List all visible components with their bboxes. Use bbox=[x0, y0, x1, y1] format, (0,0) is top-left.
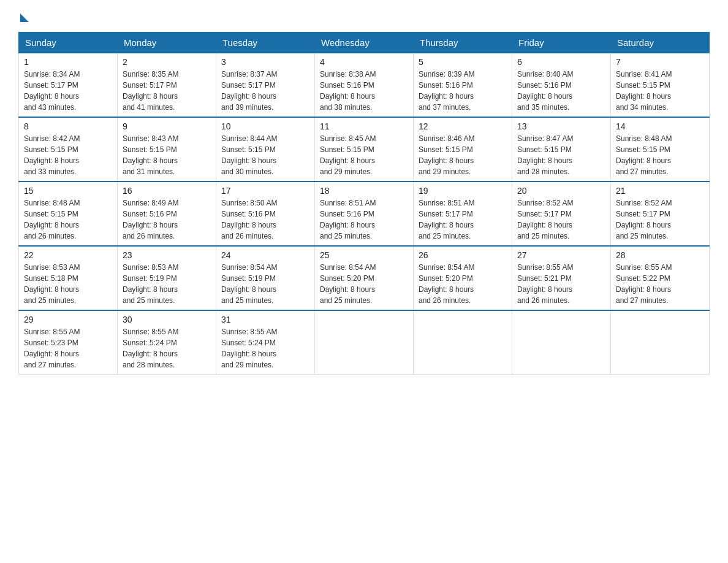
day-number: 19 bbox=[419, 186, 507, 196]
day-info: Sunrise: 8:48 AMSunset: 5:15 PMDaylight:… bbox=[616, 133, 704, 177]
day-number: 24 bbox=[221, 250, 309, 260]
day-number: 16 bbox=[123, 186, 211, 196]
day-cell-6: 6Sunrise: 8:40 AMSunset: 5:16 PMDaylight… bbox=[512, 53, 611, 118]
day-number: 22 bbox=[24, 250, 112, 260]
day-cell-2: 2Sunrise: 8:35 AMSunset: 5:17 PMDaylight… bbox=[118, 53, 216, 118]
day-number: 23 bbox=[123, 250, 211, 260]
day-info: Sunrise: 8:37 AMSunset: 5:17 PMDaylight:… bbox=[221, 69, 309, 113]
day-number: 7 bbox=[616, 57, 704, 67]
day-number: 2 bbox=[123, 57, 211, 67]
day-cell-26: 26Sunrise: 8:54 AMSunset: 5:20 PMDayligh… bbox=[414, 246, 512, 310]
day-number: 9 bbox=[123, 121, 211, 131]
day-info: Sunrise: 8:52 AMSunset: 5:17 PMDaylight:… bbox=[517, 197, 605, 242]
day-cell-8: 8Sunrise: 8:42 AMSunset: 5:15 PMDaylight… bbox=[19, 117, 118, 182]
day-cell-19: 19Sunrise: 8:51 AMSunset: 5:17 PMDayligh… bbox=[414, 182, 512, 246]
day-info: Sunrise: 8:55 AMSunset: 5:24 PMDaylight:… bbox=[123, 326, 211, 370]
day-cell-11: 11Sunrise: 8:45 AMSunset: 5:15 PMDayligh… bbox=[315, 117, 414, 182]
day-info: Sunrise: 8:51 AMSunset: 5:16 PMDaylight:… bbox=[320, 197, 408, 242]
page-header bbox=[18, 12, 710, 20]
header-sunday: Sunday bbox=[19, 33, 118, 53]
day-number: 12 bbox=[419, 121, 507, 131]
day-cell-27: 27Sunrise: 8:55 AMSunset: 5:21 PMDayligh… bbox=[512, 246, 611, 310]
day-info: Sunrise: 8:43 AMSunset: 5:15 PMDaylight:… bbox=[123, 133, 211, 177]
day-cell-23: 23Sunrise: 8:53 AMSunset: 5:19 PMDayligh… bbox=[118, 246, 216, 310]
day-cell-18: 18Sunrise: 8:51 AMSunset: 5:16 PMDayligh… bbox=[315, 182, 414, 246]
header-friday: Friday bbox=[512, 33, 611, 53]
day-number: 21 bbox=[616, 186, 704, 196]
day-number: 29 bbox=[24, 315, 112, 324]
day-cell-24: 24Sunrise: 8:54 AMSunset: 5:19 PMDayligh… bbox=[216, 246, 315, 310]
header-monday: Monday bbox=[118, 33, 216, 53]
day-info: Sunrise: 8:53 AMSunset: 5:18 PMDaylight:… bbox=[24, 262, 112, 306]
day-number: 1 bbox=[24, 57, 112, 67]
day-cell-15: 15Sunrise: 8:48 AMSunset: 5:15 PMDayligh… bbox=[19, 182, 118, 246]
empty-cell bbox=[315, 310, 414, 375]
empty-cell bbox=[414, 310, 512, 375]
day-info: Sunrise: 8:45 AMSunset: 5:15 PMDaylight:… bbox=[320, 133, 408, 177]
week-row-4: 22Sunrise: 8:53 AMSunset: 5:18 PMDayligh… bbox=[19, 246, 710, 310]
day-info: Sunrise: 8:47 AMSunset: 5:15 PMDaylight:… bbox=[517, 133, 605, 177]
day-cell-31: 31Sunrise: 8:55 AMSunset: 5:24 PMDayligh… bbox=[216, 310, 315, 375]
day-number: 30 bbox=[123, 315, 211, 324]
logo-arrow-icon bbox=[20, 13, 29, 22]
day-cell-14: 14Sunrise: 8:48 AMSunset: 5:15 PMDayligh… bbox=[611, 117, 710, 182]
empty-cell bbox=[611, 310, 710, 375]
day-info: Sunrise: 8:34 AMSunset: 5:17 PMDaylight:… bbox=[24, 69, 112, 113]
day-number: 11 bbox=[320, 121, 408, 131]
day-number: 10 bbox=[221, 121, 309, 131]
day-cell-21: 21Sunrise: 8:52 AMSunset: 5:17 PMDayligh… bbox=[611, 182, 710, 246]
day-info: Sunrise: 8:42 AMSunset: 5:15 PMDaylight:… bbox=[24, 133, 112, 177]
day-cell-7: 7Sunrise: 8:41 AMSunset: 5:15 PMDaylight… bbox=[611, 53, 710, 118]
logo bbox=[18, 12, 29, 20]
day-info: Sunrise: 8:54 AMSunset: 5:20 PMDaylight:… bbox=[419, 262, 507, 306]
day-cell-1: 1Sunrise: 8:34 AMSunset: 5:17 PMDaylight… bbox=[19, 53, 118, 118]
day-cell-22: 22Sunrise: 8:53 AMSunset: 5:18 PMDayligh… bbox=[19, 246, 118, 310]
day-number: 15 bbox=[24, 186, 112, 196]
day-number: 6 bbox=[517, 57, 605, 67]
day-info: Sunrise: 8:48 AMSunset: 5:15 PMDaylight:… bbox=[24, 197, 112, 242]
day-cell-9: 9Sunrise: 8:43 AMSunset: 5:15 PMDaylight… bbox=[118, 117, 216, 182]
day-cell-28: 28Sunrise: 8:55 AMSunset: 5:22 PMDayligh… bbox=[611, 246, 710, 310]
day-cell-3: 3Sunrise: 8:37 AMSunset: 5:17 PMDaylight… bbox=[216, 53, 315, 118]
logo-text bbox=[18, 12, 29, 22]
day-cell-16: 16Sunrise: 8:49 AMSunset: 5:16 PMDayligh… bbox=[118, 182, 216, 246]
day-info: Sunrise: 8:55 AMSunset: 5:22 PMDaylight:… bbox=[616, 262, 704, 306]
day-info: Sunrise: 8:51 AMSunset: 5:17 PMDaylight:… bbox=[419, 197, 507, 242]
day-info: Sunrise: 8:53 AMSunset: 5:19 PMDaylight:… bbox=[123, 262, 211, 306]
day-number: 13 bbox=[517, 121, 605, 131]
day-info: Sunrise: 8:40 AMSunset: 5:16 PMDaylight:… bbox=[517, 69, 605, 113]
day-number: 14 bbox=[616, 121, 704, 131]
day-number: 18 bbox=[320, 186, 408, 196]
day-cell-29: 29Sunrise: 8:55 AMSunset: 5:23 PMDayligh… bbox=[19, 310, 118, 375]
day-info: Sunrise: 8:54 AMSunset: 5:19 PMDaylight:… bbox=[221, 262, 309, 306]
day-number: 28 bbox=[616, 250, 704, 260]
day-number: 27 bbox=[517, 250, 605, 260]
day-cell-4: 4Sunrise: 8:38 AMSunset: 5:16 PMDaylight… bbox=[315, 53, 414, 118]
day-info: Sunrise: 8:46 AMSunset: 5:15 PMDaylight:… bbox=[419, 133, 507, 177]
day-number: 31 bbox=[221, 315, 309, 324]
day-info: Sunrise: 8:55 AMSunset: 5:23 PMDaylight:… bbox=[24, 326, 112, 370]
day-info: Sunrise: 8:54 AMSunset: 5:20 PMDaylight:… bbox=[320, 262, 408, 306]
day-info: Sunrise: 8:52 AMSunset: 5:17 PMDaylight:… bbox=[616, 197, 704, 242]
day-cell-25: 25Sunrise: 8:54 AMSunset: 5:20 PMDayligh… bbox=[315, 246, 414, 310]
calendar-header-row: SundayMondayTuesdayWednesdayThursdayFrid… bbox=[19, 33, 710, 53]
day-cell-5: 5Sunrise: 8:39 AMSunset: 5:16 PMDaylight… bbox=[414, 53, 512, 118]
day-cell-12: 12Sunrise: 8:46 AMSunset: 5:15 PMDayligh… bbox=[414, 117, 512, 182]
header-tuesday: Tuesday bbox=[216, 33, 315, 53]
week-row-3: 15Sunrise: 8:48 AMSunset: 5:15 PMDayligh… bbox=[19, 182, 710, 246]
day-info: Sunrise: 8:55 AMSunset: 5:24 PMDaylight:… bbox=[221, 326, 309, 370]
day-info: Sunrise: 8:49 AMSunset: 5:16 PMDaylight:… bbox=[123, 197, 211, 242]
day-info: Sunrise: 8:35 AMSunset: 5:17 PMDaylight:… bbox=[123, 69, 211, 113]
day-cell-10: 10Sunrise: 8:44 AMSunset: 5:15 PMDayligh… bbox=[216, 117, 315, 182]
day-info: Sunrise: 8:55 AMSunset: 5:21 PMDaylight:… bbox=[517, 262, 605, 306]
week-row-5: 29Sunrise: 8:55 AMSunset: 5:23 PMDayligh… bbox=[19, 310, 710, 375]
day-number: 3 bbox=[221, 57, 309, 67]
day-number: 4 bbox=[320, 57, 408, 67]
day-info: Sunrise: 8:50 AMSunset: 5:16 PMDaylight:… bbox=[221, 197, 309, 242]
day-cell-13: 13Sunrise: 8:47 AMSunset: 5:15 PMDayligh… bbox=[512, 117, 611, 182]
day-info: Sunrise: 8:38 AMSunset: 5:16 PMDaylight:… bbox=[320, 69, 408, 113]
day-number: 17 bbox=[221, 186, 309, 196]
day-number: 5 bbox=[419, 57, 507, 67]
week-row-1: 1Sunrise: 8:34 AMSunset: 5:17 PMDaylight… bbox=[19, 53, 710, 118]
day-info: Sunrise: 8:44 AMSunset: 5:15 PMDaylight:… bbox=[221, 133, 309, 177]
